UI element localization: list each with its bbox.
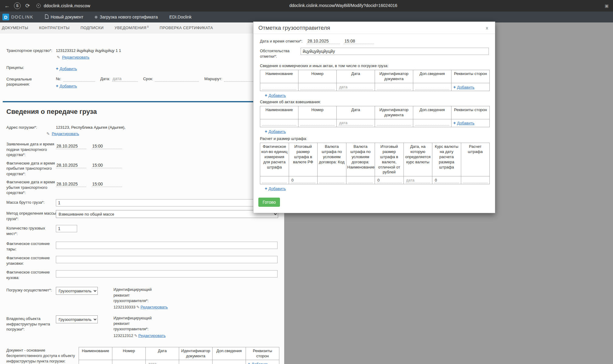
nav-counterparties[interactable]: КОНТРАГЕНТЫ (39, 26, 70, 30)
body-state-label: Фактическое состояние кузова: (6, 269, 56, 280)
weigh-id-input[interactable] (377, 120, 411, 126)
upload-certificate-label: Загрузка нового сертификата (100, 15, 158, 19)
weigh-extra-input[interactable] (415, 120, 449, 126)
access-doc-header-row: Наименование Номер Дата Идентификатор до… (79, 347, 279, 360)
col-header: Реквизиты сторон (246, 347, 279, 360)
nav-documents[interactable]: ДОКУМЕНТЫ (2, 26, 28, 30)
address-edit-link[interactable]: Редактировать (52, 131, 79, 136)
fine-currency-code-input[interactable] (319, 178, 344, 183)
add-trailer-link[interactable]: +Добавить (56, 66, 77, 71)
act-row-add-link[interactable]: +Добавить (453, 85, 475, 90)
infra-owner-select[interactable]: Грузоотправитель (56, 315, 98, 323)
fine-rate-input[interactable] (434, 178, 459, 183)
pencil-icon[interactable]: ✎ (57, 55, 60, 60)
pencil-icon[interactable]: ✎ (134, 333, 138, 338)
col-header: Дата (337, 106, 375, 119)
add-permit-link[interactable]: +Добавить (56, 84, 77, 88)
weigh-name-input[interactable] (262, 120, 296, 126)
act-name-input[interactable] (262, 84, 296, 90)
modal-body: Дата и время отметки*: Обстоятельства от… (254, 34, 495, 193)
fine-calc-input[interactable] (463, 178, 488, 183)
brand-name[interactable]: DOCLINK (11, 15, 33, 19)
permit-term-input[interactable] (155, 76, 199, 82)
consignor-mark-modal: Отметка грузоотправителя x Дата и время … (253, 22, 495, 213)
mark-date-input[interactable] (307, 38, 340, 44)
weigh-number-input[interactable] (300, 120, 335, 126)
permit-number-input[interactable] (63, 76, 95, 82)
arrival-time-input[interactable] (92, 162, 122, 168)
loader-row: Погрузку осуществляет*: Грузоотправитель… (6, 287, 278, 309)
weigh-date-input[interactable] (339, 120, 373, 126)
close-icon[interactable]: x (484, 25, 490, 31)
permit-date-input[interactable] (112, 76, 138, 82)
circumstances-input[interactable] (301, 48, 489, 55)
col-header: Валюта штрафа по условиям договора: Наим… (346, 143, 375, 176)
document-panel: ДОКУМЕНТЫ КОНТРАГЕНТЫ ПОДПИСКИ УВЕДОМЛЕН… (0, 22, 284, 364)
extension-s-icon[interactable]: S (14, 2, 21, 9)
browser-extension-icon[interactable]: ▣ (603, 2, 611, 10)
act-date-input[interactable] (339, 84, 373, 90)
cargo-places-row: Количество грузовых мест*: (6, 225, 278, 236)
doc-row-add-link[interactable]: +Добавить (248, 362, 269, 364)
departure-date-input[interactable] (56, 181, 86, 187)
loader-requisite-label: Идентифицирующий реквизит грузоотправите… (114, 287, 156, 304)
nav-notifications[interactable]: УВЕДОМЛЕНИЯ0 (114, 25, 148, 30)
infra-owner-requisite-edit-link[interactable]: Редактировать (138, 333, 166, 338)
new-document-button[interactable]: Новый документ (45, 14, 83, 20)
body-state-input[interactable] (56, 270, 278, 277)
site-info-icon[interactable] (36, 4, 41, 8)
act-id-input[interactable] (377, 84, 411, 90)
tare-state-input[interactable] (56, 242, 278, 249)
doc-number-input[interactable] (114, 361, 144, 364)
act-number-input[interactable] (300, 84, 335, 90)
edi-doclink-link[interactable]: EDI.Doclink (169, 15, 192, 19)
cargo-places-input[interactable] (56, 225, 77, 232)
permit-term-label: Срок: (143, 77, 153, 81)
doc-extra-input[interactable] (214, 361, 244, 364)
done-button[interactable]: Готово (258, 198, 280, 207)
declared-time-input[interactable] (92, 143, 122, 149)
document-icon (45, 14, 49, 20)
gross-mass-input[interactable] (56, 199, 278, 206)
mass-method-select[interactable]: Взвешивание по общей массе (56, 210, 278, 218)
fine-rate-date-input[interactable] (406, 178, 431, 183)
add-weighing-act-link[interactable]: +Добавить (265, 129, 286, 134)
nav-subscriptions[interactable]: ПОДПИСКИ (80, 26, 104, 30)
pencil-icon[interactable]: ✎ (136, 305, 140, 309)
declared-datetime-row: Заявленные дата и время подачи транспорт… (6, 141, 278, 158)
doc-name-input[interactable] (81, 361, 110, 364)
doc-date-input[interactable] (148, 361, 177, 364)
infra-owner-label: Владелец объекта инфраструктуры пункта п… (6, 315, 56, 338)
upload-certificate-button[interactable]: Загрузка нового сертификата (95, 15, 158, 19)
fine-foreign-sum-input[interactable] (377, 178, 402, 183)
modal-header: Отметка грузоотправителя x (254, 22, 495, 34)
declared-date-input[interactable] (56, 143, 86, 149)
packaging-state-input[interactable] (56, 256, 278, 263)
add-commercial-act-link[interactable]: +Добавить (265, 93, 286, 98)
act-extra-input[interactable] (415, 84, 449, 90)
col-header: Идентификатор документа (375, 70, 413, 83)
permits-label: Специальные разрешения: (6, 76, 56, 88)
arrival-date-input[interactable] (56, 162, 86, 168)
col-header: Номер (298, 70, 337, 83)
mark-time-input[interactable] (344, 38, 374, 44)
loader-select[interactable]: Грузоотправитель (56, 287, 98, 295)
refresh-icon[interactable]: ⟳ (24, 2, 32, 10)
doclink-logo-icon[interactable]: D (2, 14, 9, 20)
fine-qty-input[interactable] (262, 178, 287, 183)
col-header: Доп.сведения (213, 347, 246, 360)
doc-id-input[interactable] (181, 361, 210, 364)
departure-time-input[interactable] (92, 181, 122, 187)
loader-requisite-edit-link[interactable]: Редактировать (141, 305, 168, 309)
plus-icon: + (265, 186, 267, 191)
pencil-icon[interactable]: ✎ (46, 131, 50, 136)
weigh-row-add-link[interactable]: +Добавить (453, 121, 475, 125)
add-fine-link[interactable]: +Добавить (265, 186, 286, 191)
col-header: Номер (298, 106, 337, 119)
back-icon[interactable]: ← (3, 2, 11, 10)
fine-currency-name-input[interactable] (348, 178, 373, 183)
nav-certificate-check[interactable]: ПРОВЕРКА СЕРТИФИКАТА (160, 26, 213, 30)
fine-rf-sum-input[interactable] (291, 178, 316, 183)
transport-edit-link[interactable]: Редактировать (62, 55, 90, 60)
address-bar[interactable]: ddoclink.cislink.moscow (36, 3, 90, 8)
